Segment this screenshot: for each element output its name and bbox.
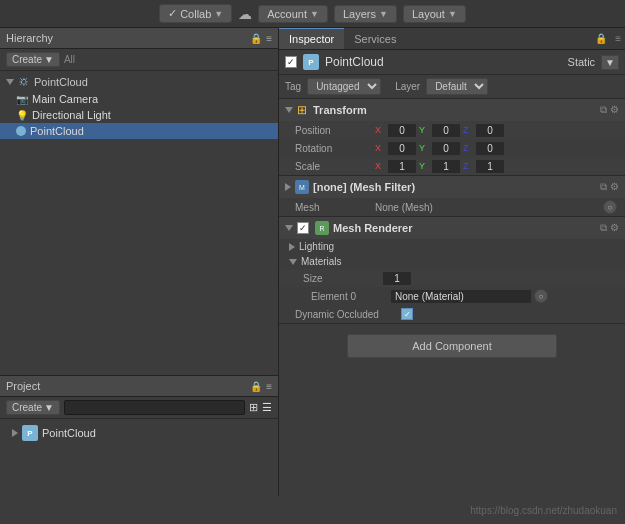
element0-select-button[interactable]: ○	[534, 289, 548, 303]
project-item-pointcloud[interactable]: P PointCloud	[6, 423, 272, 443]
hierarchy-scene-root[interactable]: ⛭ PointCloud	[0, 73, 278, 91]
hierarchy-item-label: Directional Light	[32, 109, 111, 121]
hierarchy-toolbar: Create ▼ All	[0, 49, 278, 71]
transform-actions: ⧉ ⚙	[600, 104, 619, 116]
layers-label: Layers	[343, 8, 376, 20]
object-header: ✓ P PointCloud Static ▼	[279, 50, 625, 75]
rotation-y-input[interactable]	[432, 142, 460, 155]
project-menu-icon: ≡	[266, 381, 272, 392]
hierarchy-create-button[interactable]: Create ▼	[6, 52, 60, 67]
inspector-content: ✓ P PointCloud Static ▼ Tag Untagged Lay…	[279, 50, 625, 496]
project-grid-icon[interactable]: ⊞	[249, 401, 258, 414]
account-arrow-icon: ▼	[310, 9, 319, 19]
mesh-renderer-gear-icon[interactable]: ⚙	[610, 222, 619, 234]
left-panel: Hierarchy 🔒 ≡ Create ▼ All ⛭ PointClou	[0, 28, 279, 496]
sz-axis-label: Z	[463, 161, 473, 171]
materials-label: Materials	[301, 256, 342, 267]
create-arrow-icon: ▼	[44, 54, 54, 65]
static-label: Static	[568, 56, 596, 68]
mesh-filter-copy-icon[interactable]: ⧉	[600, 181, 607, 193]
position-y-input[interactable]	[432, 124, 460, 137]
tag-dropdown[interactable]: Untagged	[307, 78, 381, 95]
layers-arrow-icon: ▼	[379, 9, 388, 19]
hierarchy-item-label: PointCloud	[30, 125, 84, 137]
transform-expand-icon	[285, 107, 293, 113]
layout-button[interactable]: Layout ▼	[403, 5, 466, 23]
mesh-renderer-expand-icon	[285, 225, 293, 231]
inspector-tab-inspector[interactable]: Inspector	[279, 28, 344, 49]
light-icon: 💡	[16, 110, 28, 121]
inspector-tab-services[interactable]: Services	[344, 29, 406, 49]
hierarchy-item-directional-light[interactable]: 💡 Directional Light	[0, 107, 278, 123]
static-dropdown[interactable]: ▼	[601, 55, 619, 70]
hierarchy-item-main-camera[interactable]: 📷 Main Camera	[0, 91, 278, 107]
mesh-renderer-enabled-checkbox[interactable]: ✓	[297, 222, 309, 234]
layout-label: Layout	[412, 8, 445, 20]
tag-label: Tag	[285, 81, 301, 92]
scene-expand-icon	[6, 79, 14, 85]
materials-row[interactable]: Materials	[279, 254, 625, 269]
project-create-label: Create	[12, 402, 42, 413]
position-x-input[interactable]	[388, 124, 416, 137]
object-active-checkbox[interactable]: ✓	[285, 56, 297, 68]
transform-header[interactable]: ⊞ Transform ⧉ ⚙	[279, 99, 625, 121]
project-list-icon[interactable]: ☰	[262, 401, 272, 414]
rotation-fields: X Y Z	[375, 142, 617, 155]
ry-axis-label: Y	[419, 143, 429, 153]
mesh-renderer-copy-icon[interactable]: ⧉	[600, 222, 607, 234]
scene-icon: ⛭	[18, 75, 30, 89]
project-title: Project	[6, 380, 40, 392]
rotation-row: Rotation X Y Z	[279, 139, 625, 157]
project-pc-icon: P	[22, 425, 38, 441]
hierarchy-item-pointcloud[interactable]: PointCloud	[0, 123, 278, 139]
project-lock-icon: 🔒	[250, 381, 262, 392]
collab-button[interactable]: ✓ Collab ▼	[159, 4, 232, 23]
scale-z-input[interactable]	[476, 160, 504, 173]
mesh-filter-actions: ⧉ ⚙	[600, 181, 619, 193]
add-component-button[interactable]: Add Component	[347, 334, 557, 358]
position-fields: X Y Z	[375, 124, 617, 137]
project-create-button[interactable]: Create ▼	[6, 400, 60, 415]
mesh-renderer-header[interactable]: ✓ R Mesh Renderer ⧉ ⚙	[279, 217, 625, 239]
mesh-select-button[interactable]: ○	[603, 200, 617, 214]
lock-icon: 🔒	[250, 33, 262, 44]
project-create-arrow-icon: ▼	[44, 402, 54, 413]
lighting-row[interactable]: Lighting	[279, 239, 625, 254]
dynamic-occluded-label: Dynamic Occluded	[295, 309, 395, 320]
mesh-renderer-icon: R	[315, 221, 329, 235]
rz-axis-label: Z	[463, 143, 473, 153]
element0-row: Element 0 ○	[279, 287, 625, 305]
project-search-input[interactable]	[64, 400, 245, 415]
hierarchy-header-icons: 🔒 ≡	[250, 33, 272, 44]
size-input[interactable]	[383, 272, 411, 285]
dynamic-occluded-checkbox[interactable]: ✓	[401, 308, 413, 320]
element0-input[interactable]	[391, 290, 531, 303]
camera-icon: 📷	[16, 94, 28, 105]
scale-fields: X Y Z	[375, 160, 617, 173]
inspector-menu-icon: ≡	[615, 33, 625, 44]
inspector-panel: Inspector Services 🔒 ≡ ✓ P PointCloud St…	[279, 28, 625, 496]
project-header-icons: 🔒 ≡	[250, 381, 272, 392]
mesh-filter-header[interactable]: M [none] (Mesh Filter) ⧉ ⚙	[279, 176, 625, 198]
mesh-renderer-actions: ⧉ ⚙	[600, 222, 619, 234]
position-z-input[interactable]	[476, 124, 504, 137]
mesh-filter-gear-icon[interactable]: ⚙	[610, 181, 619, 193]
scale-x-input[interactable]	[388, 160, 416, 173]
position-row: Position X Y Z	[279, 121, 625, 139]
layers-button[interactable]: Layers ▼	[334, 5, 397, 23]
rotation-label: Rotation	[295, 143, 375, 154]
layer-label: Layer	[395, 81, 420, 92]
lighting-label: Lighting	[299, 241, 334, 252]
transform-gear-icon[interactable]: ⚙	[610, 104, 619, 116]
mesh-filter-expand-icon	[285, 183, 291, 191]
account-button[interactable]: Account ▼	[258, 5, 328, 23]
transform-copy-icon[interactable]: ⧉	[600, 104, 607, 116]
sy-axis-label: Y	[419, 161, 429, 171]
scale-y-input[interactable]	[432, 160, 460, 173]
cloud-icon[interactable]: ☁	[238, 6, 252, 22]
layer-dropdown[interactable]: Default	[426, 78, 488, 95]
project-header: Project 🔒 ≡	[0, 376, 278, 397]
rotation-x-input[interactable]	[388, 142, 416, 155]
object-icon: P	[303, 54, 319, 70]
rotation-z-input[interactable]	[476, 142, 504, 155]
